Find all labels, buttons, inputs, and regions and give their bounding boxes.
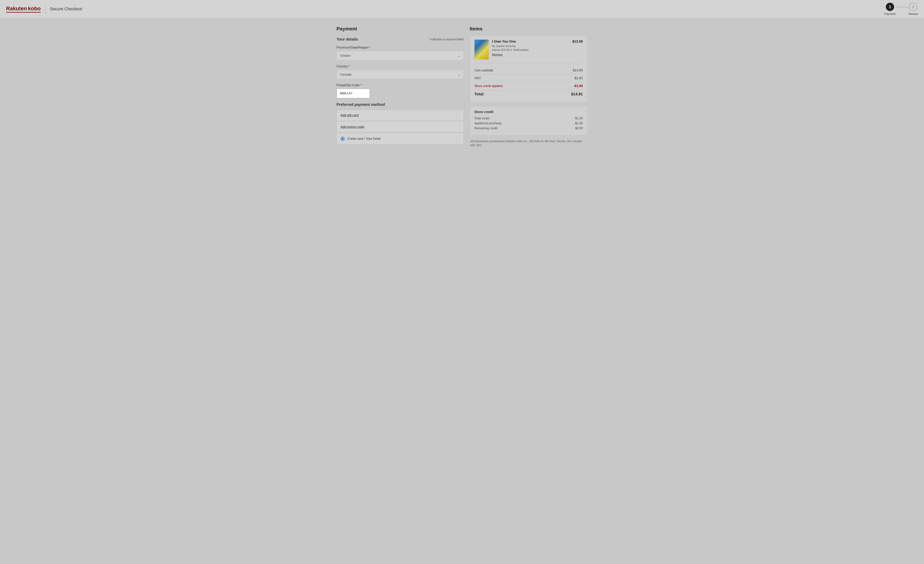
- book-cover: I OweYou One: [474, 40, 489, 60]
- book-price: $13.99: [572, 40, 583, 44]
- country-label: Country *: [337, 65, 464, 68]
- store-credit-applied-label: Store credit applied:: [474, 84, 503, 88]
- step-review-circle: 2: [909, 3, 917, 11]
- total-value: $14.81: [571, 92, 583, 96]
- book-title: I Owe You One: [492, 40, 569, 44]
- secure-checkout-label: Secure Checkout: [50, 6, 82, 12]
- payment-title: Payment: [337, 26, 464, 32]
- add-promo-code-box[interactable]: Add promo code: [337, 122, 464, 132]
- add-promo-code-link[interactable]: Add promo code: [340, 125, 364, 129]
- remaining-credit-row: Remaining credit: $0.00: [474, 126, 583, 130]
- credit-card-label: Credit card / Visa Debit: [347, 137, 381, 141]
- hst-value: $1.82: [574, 76, 583, 80]
- country-field-group: Country * Canada United States United Ki…: [337, 65, 464, 79]
- step-payment-label: Payment: [885, 12, 896, 15]
- required-note: * indicates a required field: [428, 38, 464, 41]
- main-content: Payment Your details * indicates a requi…: [329, 18, 595, 156]
- hst-label: HST:: [474, 76, 482, 80]
- book-cover-image: I OweYou One: [474, 40, 489, 60]
- applied-label: Applied to purchase:: [474, 122, 502, 125]
- checkout-steps: 1 Payment 2 Review: [885, 3, 918, 15]
- book-author: by Sophie Kinsella: [492, 44, 569, 48]
- hst-row: HST: $1.82: [474, 74, 583, 82]
- country-select-wrapper[interactable]: Canada United States United Kingdom Aust…: [337, 70, 464, 79]
- preferred-payment-group: Preferred payment method Add gift card A…: [337, 102, 464, 144]
- left-panel: Payment Your details * indicates a requi…: [337, 26, 464, 149]
- step-payment: 1 Payment: [885, 3, 896, 15]
- logo-rakuten: Rakuten: [6, 6, 27, 11]
- province-field-group: Province/State/Region * Ontario British …: [337, 46, 464, 60]
- credit-card-radio[interactable]: [340, 137, 345, 141]
- store-credit-row: Store credit applied: -$1.00: [474, 82, 583, 90]
- cart-subtotal-row: Cart subtotal: $13.99: [474, 67, 583, 74]
- book-cover-text: I OweYou One: [475, 54, 488, 58]
- radio-selected-indicator: [342, 138, 344, 140]
- book-row: I OweYou One I Owe You One by Sophie Kin…: [474, 40, 583, 63]
- logo-underline: [6, 12, 41, 12]
- step-payment-circle: 1: [886, 3, 894, 11]
- total-credit-row: Total credit: $1.00: [474, 117, 583, 120]
- remaining-label: Remaining credit:: [474, 126, 498, 130]
- store-credit-section: Store credit Total credit: $1.00 Applied…: [470, 106, 588, 135]
- transactions-note: All transactions processed by Rakuten Ko…: [470, 139, 588, 147]
- book-info: I Owe You One by Sophie Kinsella eBook (…: [492, 40, 569, 56]
- your-details-label: Your details: [337, 37, 358, 42]
- right-panel: Items I OweYou One I Owe You One by Soph…: [470, 26, 588, 149]
- cart-subtotal-label: Cart subtotal:: [474, 69, 494, 72]
- total-credit-value: $1.00: [575, 117, 583, 120]
- province-label: Province/State/Region *: [337, 46, 464, 50]
- country-select[interactable]: Canada United States United Kingdom Aust…: [337, 70, 464, 79]
- add-gift-card-box[interactable]: Add gift card: [337, 110, 464, 121]
- postal-field-group: Postal/Zip Code *: [337, 83, 464, 98]
- preferred-payment-label: Preferred payment method: [337, 102, 464, 107]
- your-details-header: Your details * indicates a required fiel…: [337, 37, 464, 42]
- add-gift-card-button[interactable]: Add gift card: [340, 113, 358, 117]
- book-remove-button[interactable]: Remove: [492, 53, 503, 56]
- step-review: 2 Review: [909, 3, 918, 15]
- store-credit-section-title: Store credit: [474, 110, 583, 114]
- logo-kobo: kobo: [28, 6, 41, 11]
- credit-card-row[interactable]: Credit card / Visa Debit: [337, 133, 464, 144]
- cart-subtotal-value: $13.99: [573, 69, 583, 72]
- province-select-wrapper[interactable]: Ontario British Columbia Alberta Quebec …: [337, 51, 464, 60]
- items-box: I OweYou One I Owe You One by Sophie Kin…: [470, 36, 588, 102]
- store-credit-applied-value: -$1.00: [573, 84, 583, 88]
- header: Rakuten kobo Secure Checkout 1 Payment 2…: [0, 0, 924, 18]
- applied-value: -$1.00: [574, 122, 583, 125]
- total-row: Total: $14.81: [474, 90, 583, 98]
- postal-label: Postal/Zip Code *: [337, 83, 464, 87]
- postal-input[interactable]: [337, 89, 370, 98]
- province-select[interactable]: Ontario British Columbia Alberta Quebec …: [337, 51, 464, 60]
- applied-to-purchase-row: Applied to purchase: -$1.00: [474, 122, 583, 125]
- step-review-label: Review: [909, 12, 918, 15]
- logo: Rakuten kobo: [6, 6, 41, 12]
- remaining-value: $0.00: [575, 126, 583, 130]
- book-format: eBook (EPUB 3, Reflowable): [492, 48, 569, 51]
- items-title: Items: [470, 26, 588, 32]
- step-connector: [896, 7, 908, 7]
- total-credit-label: Total credit:: [474, 117, 490, 120]
- total-label: Total:: [474, 92, 484, 96]
